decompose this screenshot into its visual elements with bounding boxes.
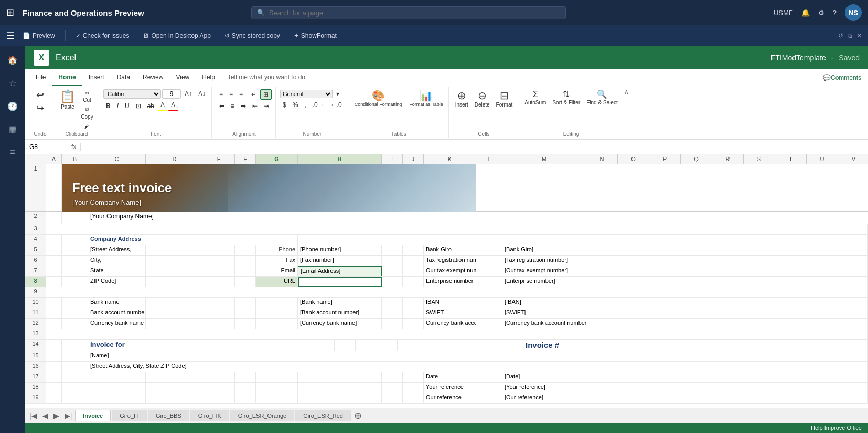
ribbon-collapse-button[interactable]: ∧ <box>624 88 629 96</box>
cell-k17-date[interactable]: Date <box>424 372 476 382</box>
cell-e10[interactable] <box>203 298 235 308</box>
col-header-m[interactable]: M <box>502 154 586 164</box>
cell-d6[interactable] <box>146 256 203 266</box>
col-header-n[interactable]: N <box>586 154 618 164</box>
cell-k19-ourref[interactable]: Our reference <box>424 393 476 403</box>
percent-button[interactable]: % <box>290 100 301 110</box>
cell-d19[interactable] <box>146 393 203 403</box>
cell-g14[interactable] <box>356 340 398 351</box>
cell-a14[interactable] <box>46 340 62 351</box>
cell-c12-currbank[interactable]: Currency bank name <box>88 319 146 329</box>
cell-j19[interactable] <box>403 393 424 403</box>
app-grid-icon[interactable]: ⊞ <box>6 7 14 18</box>
col-header-r[interactable]: R <box>712 154 744 164</box>
cell-row3[interactable] <box>46 224 868 234</box>
sheet-add-button[interactable]: ⊕ <box>352 410 364 421</box>
cell-rest6[interactable] <box>586 256 868 266</box>
col-header-c[interactable]: C <box>88 154 146 164</box>
cell-e6[interactable] <box>203 256 235 266</box>
cell-h8-active[interactable] <box>298 277 382 287</box>
paste-button[interactable]: 📋 Paste <box>58 88 78 111</box>
cell-d10[interactable] <box>146 298 203 308</box>
col-header-a[interactable]: A <box>46 154 62 164</box>
delete-button[interactable]: ⊖ Delete <box>473 88 492 109</box>
format-button[interactable]: ⊟ Format <box>494 88 515 109</box>
cell-a19[interactable] <box>46 393 62 403</box>
cell-g12[interactable] <box>256 319 298 329</box>
col-header-q[interactable]: Q <box>681 154 712 164</box>
cell-d18[interactable] <box>146 383 203 393</box>
cell-i11[interactable] <box>382 308 403 318</box>
cell-g7-email[interactable]: Email <box>256 266 298 276</box>
font-size-input[interactable] <box>162 89 181 99</box>
font-increase-button[interactable]: A↑ <box>182 89 195 99</box>
bold-button[interactable]: B <box>103 101 113 111</box>
cell-f11[interactable] <box>235 308 256 318</box>
cell-a12[interactable] <box>46 319 62 329</box>
sheet-nav-first[interactable]: |◀ <box>27 411 39 420</box>
cell-a7[interactable] <box>46 266 62 276</box>
cell-m18-yourref-val[interactable]: [Your reference] <box>502 383 586 393</box>
cell-rest19[interactable] <box>586 393 868 403</box>
cell-b7[interactable] <box>62 266 88 276</box>
merge-cells-button[interactable]: ⊞ <box>260 89 272 100</box>
cell-f12[interactable] <box>235 319 256 329</box>
redo-button[interactable]: ↪ <box>32 101 49 114</box>
help-icon[interactable]: ? <box>833 9 837 17</box>
cell-b10[interactable] <box>62 298 88 308</box>
border-button[interactable]: ⊡ <box>133 101 144 111</box>
currency-button[interactable]: $ <box>280 100 289 110</box>
sidebar-star-icon[interactable]: ☆ <box>3 73 22 92</box>
cell-a15[interactable] <box>46 351 62 361</box>
cell-g10[interactable] <box>256 298 298 308</box>
cell-h5-phone-val[interactable]: [Phone number] <box>298 245 382 255</box>
cell-l11[interactable] <box>476 308 502 318</box>
gear-icon[interactable]: ⚙ <box>818 9 824 17</box>
decimal-inc-button[interactable]: .0→ <box>310 100 327 110</box>
cell-m7-taxexempt-val[interactable]: [Out tax exempt number] <box>502 266 586 276</box>
cell-c16-address[interactable]: [Street Address, City, State ZIP Code] <box>88 362 245 372</box>
tab-tell-me[interactable]: Tell me what you want to do <box>221 69 312 86</box>
cell-a18[interactable] <box>46 383 62 393</box>
col-header-i[interactable]: I <box>382 154 403 164</box>
cell-h7-email-val[interactable]: [Email Address] <box>298 266 382 276</box>
cell-b18[interactable] <box>62 383 88 393</box>
sidebar-clock-icon[interactable]: 🕐 <box>3 97 22 115</box>
cell-e19[interactable] <box>203 393 235 403</box>
sidebar-list-icon[interactable]: ≡ <box>3 143 22 162</box>
cell-f14[interactable] <box>335 340 356 351</box>
cell-f18[interactable] <box>235 383 256 393</box>
bell-icon[interactable]: 🔔 <box>801 9 810 17</box>
cell-b8[interactable] <box>62 277 88 287</box>
close-icon[interactable]: ✕ <box>856 32 862 39</box>
cell-rest18[interactable] <box>586 383 868 393</box>
sort-filter-button[interactable]: ⇅ Sort & Filter <box>550 88 582 107</box>
cell-j12[interactable] <box>403 319 424 329</box>
cell-rest8[interactable] <box>586 277 868 287</box>
cell-l17[interactable] <box>476 372 502 382</box>
cell-h11-account-val[interactable]: [Bank account number] <box>298 308 382 318</box>
sheet-tab-giro-esr-orange[interactable]: Giro_ESR_Orange <box>230 410 294 421</box>
align-left-button[interactable]: ⬅ <box>217 101 227 111</box>
format-painter-button[interactable]: 🖌 <box>79 121 95 130</box>
cell-b11[interactable] <box>62 308 88 318</box>
align-center-button[interactable]: ≡ <box>227 90 235 99</box>
tab-home[interactable]: Home <box>52 69 82 86</box>
cell-b5[interactable] <box>62 245 88 255</box>
cell-d12[interactable] <box>146 319 203 329</box>
cell-rest16[interactable] <box>245 362 868 372</box>
cell-c14-invoice-for[interactable]: Invoice for <box>88 340 245 351</box>
indent-dec-button[interactable]: ⇤ <box>250 101 260 111</box>
cell-k7-taxexempt[interactable]: Our tax exempt number <box>424 266 476 276</box>
italic-button[interactable]: I <box>114 101 121 111</box>
cell-b14[interactable] <box>62 340 88 351</box>
cell-a5[interactable] <box>46 245 62 255</box>
sheet-tab-invoice[interactable]: Invoice <box>75 410 111 421</box>
align-right-button[interactable]: ≡ <box>237 90 245 99</box>
align-top-left-button[interactable]: ≡ <box>217 90 226 99</box>
cell-a2[interactable] <box>46 212 62 224</box>
cell-rest4[interactable] <box>298 235 868 245</box>
indent-inc-button[interactable]: ⇥ <box>261 101 272 111</box>
col-header-t[interactable]: T <box>775 154 807 164</box>
cell-e8[interactable] <box>203 277 235 287</box>
